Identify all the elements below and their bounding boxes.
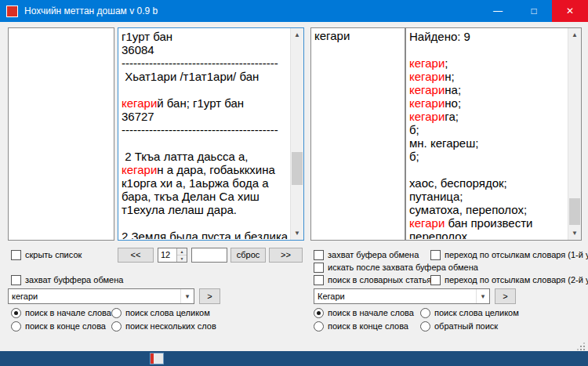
search-combobox-right[interactable]: Кегари ▾ xyxy=(314,288,490,304)
app-window: Нохчийн меттан дошам v 0.9 b — □ ✕ г1урт… xyxy=(0,0,588,366)
prev-button[interactable]: << xyxy=(118,248,154,263)
scroll-up-icon[interactable]: ▲ xyxy=(291,28,303,42)
radio-circle xyxy=(314,308,324,318)
checkbox-label: захват буффера обмена xyxy=(25,275,123,284)
checkbox-box xyxy=(314,263,324,273)
search-go-button-right[interactable]: > xyxy=(495,288,516,304)
radio-label: поиск в начале слова xyxy=(328,308,414,317)
checkbox-label: искать после захвата буфера обмена xyxy=(328,263,478,272)
page-number-input[interactable] xyxy=(191,248,227,263)
radio-circle xyxy=(111,308,122,318)
query-listbox[interactable]: кегари xyxy=(310,27,405,241)
search-in-articles-checkbox[interactable]: поиск в словарных статьях xyxy=(314,274,436,285)
dictionary-text: г1урт бан36084--------------------------… xyxy=(122,30,289,239)
radio-label: поиск в конце слова xyxy=(25,321,106,331)
hide-list-checkbox[interactable]: скрыть список xyxy=(11,249,82,260)
radio-search-end-right[interactable]: поиск в конце слова xyxy=(314,321,408,332)
search-combobox-left[interactable]: кегари ▾ xyxy=(8,288,194,304)
taskbar-item[interactable] xyxy=(150,353,164,364)
radio-search-start-left[interactable]: поиск в начале слова xyxy=(11,307,111,318)
radio-multi-word-left[interactable]: поиск нескольких слов xyxy=(111,321,216,332)
radio-label: обратный поиск xyxy=(434,321,498,331)
spinner-value: 12 xyxy=(158,248,176,262)
radio-label: поиск слова целиком xyxy=(434,308,519,317)
combobox-value: Кегари xyxy=(314,292,476,301)
next-button[interactable]: >> xyxy=(269,248,303,263)
results-area[interactable]: Найдено: 9 кегари;кегарин;кегарина;кегар… xyxy=(405,27,582,241)
checkbox-box xyxy=(430,250,441,260)
radio-reverse-search[interactable]: обратный поиск xyxy=(420,321,498,332)
maximize-icon[interactable]: □ xyxy=(516,0,552,22)
scroll-down-icon[interactable]: ▼ xyxy=(291,226,303,240)
page-size-spinner[interactable]: 12 ▲ ▼ xyxy=(158,248,187,263)
results-scrollbar[interactable]: ▲ ▼ xyxy=(568,28,581,240)
search-after-capture-checkbox[interactable]: искать после захвата буфера обмена xyxy=(314,262,478,273)
checkbox-label: переход по отсылкам словаря (2-й ур.) xyxy=(445,275,588,284)
radio-whole-word-right[interactable]: поиск слова целиком xyxy=(420,307,519,318)
checkbox-box xyxy=(11,275,21,285)
checkbox-box xyxy=(314,275,324,285)
window-title: Нохчийн меттан дошам v 0.9 b xyxy=(24,5,158,16)
close-icon[interactable]: ✕ xyxy=(552,0,588,22)
radio-whole-word-left[interactable]: поиск слова целиком xyxy=(111,307,210,318)
word-listbox[interactable] xyxy=(8,27,114,241)
checkbox-box xyxy=(430,275,441,285)
checkbox-box xyxy=(11,250,21,260)
checkbox-label: захват буфера обмена xyxy=(328,250,419,259)
radio-label: поиск слова целиком xyxy=(125,308,210,317)
resize-grip[interactable] xyxy=(576,342,585,350)
chevron-down-icon[interactable]: ▾ xyxy=(476,289,489,303)
radio-circle xyxy=(11,321,21,332)
results-text: Найдено: 9 кегари;кегарин;кегарина;кегар… xyxy=(409,30,566,239)
spinner-down-icon[interactable]: ▼ xyxy=(177,255,187,262)
spinner-buttons: ▲ ▼ xyxy=(176,248,187,262)
minimize-icon[interactable]: — xyxy=(480,0,516,22)
checkbox-box xyxy=(314,250,324,260)
radio-label: поиск в начале слова xyxy=(25,308,111,317)
dictionary-text-area[interactable]: г1урт бан36084--------------------------… xyxy=(118,27,304,241)
main-scrollbar[interactable]: ▲ ▼ xyxy=(290,28,303,240)
clipboard-capture-checkbox-left[interactable]: захват буффера обмена xyxy=(11,274,123,285)
radio-circle xyxy=(111,321,122,332)
radio-search-end-left[interactable]: поиск в конце слова xyxy=(11,321,106,332)
taskbar xyxy=(0,351,588,366)
reset-button[interactable]: сброс xyxy=(230,248,266,263)
chevron-down-icon[interactable]: ▾ xyxy=(180,289,194,303)
radio-label: поиск нескольких слов xyxy=(125,321,216,331)
radio-circle xyxy=(420,321,430,332)
radio-circle xyxy=(11,308,21,318)
scroll-thumb[interactable] xyxy=(292,152,303,185)
radio-label: поиск в конце слова xyxy=(328,321,408,331)
scroll-thumb[interactable] xyxy=(569,198,580,225)
window-controls: — □ ✕ xyxy=(480,0,588,22)
clipboard-capture-checkbox-right[interactable]: захват буфера обмена xyxy=(314,249,419,260)
checkbox-label: поиск в словарных статьях xyxy=(328,275,436,284)
search-go-button-left[interactable]: > xyxy=(199,288,220,304)
radio-search-start-right[interactable]: поиск в начале слова xyxy=(314,307,414,318)
scroll-down-icon[interactable]: ▼ xyxy=(568,226,581,240)
titlebar: Нохчийн меттан дошам v 0.9 b — □ ✕ xyxy=(0,0,588,22)
follow-refs-2-checkbox[interactable]: переход по отсылкам словаря (2-й ур.) xyxy=(430,274,588,285)
follow-refs-1-checkbox[interactable]: переход по отсылкам словаря (1-й ур.) xyxy=(430,249,588,260)
spinner-up-icon[interactable]: ▲ xyxy=(177,248,187,255)
app-icon xyxy=(6,5,18,17)
checkbox-label: скрыть список xyxy=(25,250,82,259)
combobox-value: кегари xyxy=(9,292,180,301)
checkbox-label: переход по отсылкам словаря (1-й ур.) xyxy=(445,250,588,259)
radio-circle xyxy=(420,308,430,318)
list-item[interactable]: кегари xyxy=(311,28,405,44)
radio-circle xyxy=(314,321,324,332)
scroll-up-icon[interactable]: ▲ xyxy=(568,28,581,42)
